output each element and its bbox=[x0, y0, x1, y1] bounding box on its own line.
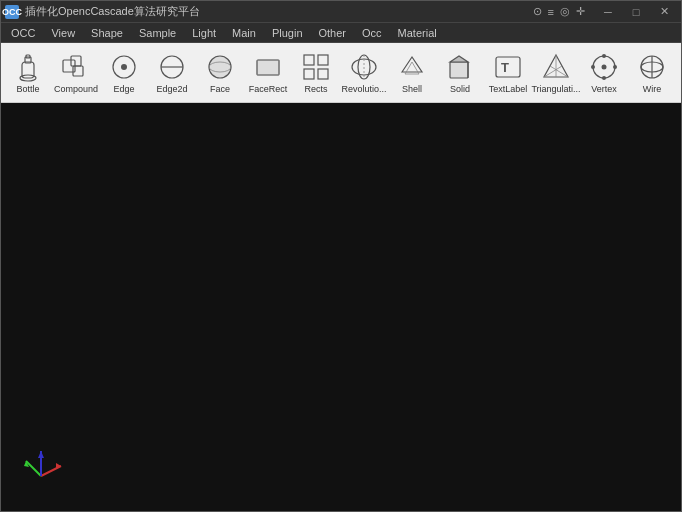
svg-point-11 bbox=[209, 56, 231, 78]
tool-rects[interactable]: Rects bbox=[293, 46, 339, 100]
tool-shell[interactable]: Shell bbox=[389, 46, 435, 100]
menu-shape[interactable]: Shape bbox=[83, 23, 131, 43]
tool-bottle[interactable]: Bottle bbox=[5, 46, 51, 100]
rects-icon bbox=[300, 51, 332, 83]
svg-text:T: T bbox=[501, 60, 509, 75]
edge2d-label: Edge2d bbox=[156, 85, 187, 95]
menu-main[interactable]: Main bbox=[224, 23, 264, 43]
svg-rect-15 bbox=[304, 55, 314, 65]
menu-material[interactable]: Material bbox=[390, 23, 445, 43]
menu-occ2[interactable]: Occ bbox=[354, 23, 390, 43]
title-bar: OCC 插件化OpencCascade算法研究平台 ⊙ ≡ ◎ ✛ ─ □ ✕ bbox=[1, 1, 681, 23]
menu-occ[interactable]: OCC bbox=[3, 23, 43, 43]
shell-label: Shell bbox=[402, 85, 422, 95]
wire-icon bbox=[636, 51, 668, 83]
close-button[interactable]: ✕ bbox=[651, 3, 677, 21]
revolution-label: Revolutio... bbox=[341, 85, 386, 95]
menu-sample[interactable]: Sample bbox=[131, 23, 184, 43]
viewport[interactable] bbox=[1, 103, 681, 511]
face-label: Face bbox=[210, 85, 230, 95]
svg-rect-5 bbox=[71, 56, 81, 66]
svg-rect-22 bbox=[450, 62, 468, 78]
svg-rect-16 bbox=[318, 55, 328, 65]
icon-list: ≡ bbox=[548, 6, 554, 18]
bottle-label: Bottle bbox=[16, 85, 39, 95]
textlabel-icon: T bbox=[492, 51, 524, 83]
tool-face[interactable]: Face bbox=[197, 46, 243, 100]
vertex-label: Vertex bbox=[591, 85, 617, 95]
tool-facerect[interactable]: FaceRect bbox=[245, 46, 291, 100]
tool-textlabel[interactable]: T TextLabel bbox=[485, 46, 531, 100]
edge2d-icon bbox=[156, 51, 188, 83]
svg-point-36 bbox=[613, 65, 617, 69]
maximize-button[interactable]: □ bbox=[623, 3, 649, 21]
app-title: 插件化OpencCascade算法研究平台 bbox=[25, 4, 200, 19]
app-icon: OCC bbox=[5, 5, 19, 19]
wire-label: Wire bbox=[643, 85, 662, 95]
svg-line-42 bbox=[26, 461, 41, 476]
svg-marker-23 bbox=[450, 56, 468, 62]
tool-edge[interactable]: Edge bbox=[101, 46, 147, 100]
menu-other[interactable]: Other bbox=[311, 23, 355, 43]
menu-light[interactable]: Light bbox=[184, 23, 224, 43]
svg-rect-18 bbox=[318, 69, 328, 79]
svg-point-34 bbox=[602, 76, 606, 80]
facerect-label: FaceRect bbox=[249, 85, 288, 95]
tool-solid[interactable]: Solid bbox=[437, 46, 483, 100]
icon-plus: ✛ bbox=[576, 5, 585, 18]
compound-label: Compound bbox=[54, 85, 98, 95]
svg-rect-17 bbox=[304, 69, 314, 79]
bottle-icon bbox=[12, 51, 44, 83]
triangulation-icon bbox=[540, 51, 572, 83]
title-bar-left: OCC 插件化OpencCascade算法研究平台 bbox=[5, 4, 200, 19]
vertex-icon bbox=[588, 51, 620, 83]
svg-marker-45 bbox=[38, 451, 44, 458]
icon-target: ◎ bbox=[560, 5, 570, 18]
minimize-button[interactable]: ─ bbox=[595, 3, 621, 21]
solid-label: Solid bbox=[450, 85, 470, 95]
tool-edge2d[interactable]: Edge2d bbox=[149, 46, 195, 100]
triangulation-label: Triangulati... bbox=[531, 85, 580, 95]
svg-point-33 bbox=[602, 54, 606, 58]
revolution-icon bbox=[348, 51, 380, 83]
tool-compound[interactable]: Compound bbox=[53, 46, 99, 100]
icon-eye: ⊙ bbox=[533, 5, 542, 18]
solid-icon bbox=[444, 51, 476, 83]
svg-point-8 bbox=[121, 64, 127, 70]
menu-plugin[interactable]: Plugin bbox=[264, 23, 311, 43]
svg-rect-13 bbox=[257, 60, 279, 75]
toolbar: Bottle Compound Edge Ed bbox=[1, 43, 681, 103]
shell-icon bbox=[396, 51, 428, 83]
rects-label: Rects bbox=[304, 85, 327, 95]
facerect-icon bbox=[252, 51, 284, 83]
menu-bar: OCC View Shape Sample Light Main Plugin … bbox=[1, 23, 681, 43]
tool-vertex[interactable]: Vertex bbox=[581, 46, 627, 100]
edge-icon bbox=[108, 51, 140, 83]
face-icon bbox=[204, 51, 236, 83]
tool-wire[interactable]: Wire bbox=[629, 46, 675, 100]
compound-icon bbox=[60, 51, 92, 83]
svg-point-32 bbox=[602, 64, 607, 69]
menu-view[interactable]: View bbox=[43, 23, 83, 43]
tool-triangulation[interactable]: Triangulati... bbox=[533, 46, 579, 100]
svg-point-35 bbox=[591, 65, 595, 69]
tool-revolution[interactable]: Revolutio... bbox=[341, 46, 387, 100]
title-bar-controls: ⊙ ≡ ◎ ✛ ─ □ ✕ bbox=[533, 3, 677, 21]
axis-widget bbox=[16, 441, 66, 491]
textlabel-label: TextLabel bbox=[489, 85, 528, 95]
edge-label: Edge bbox=[113, 85, 134, 95]
